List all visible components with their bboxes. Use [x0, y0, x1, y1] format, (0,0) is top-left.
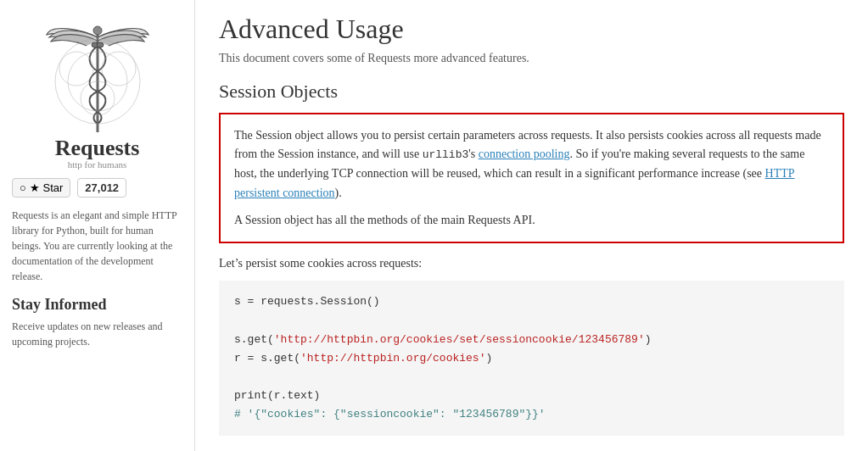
code-line-4: r = s.get('http://httpbin.org/cookies')	[234, 349, 829, 368]
svg-point-3	[97, 42, 104, 47]
page-title: Advanced Usage	[219, 14, 844, 45]
code-line-blank-1	[234, 311, 829, 330]
caduceus-logo	[42, 14, 153, 132]
code-comment-str: '{"cookies": {"sessioncookie": "12345678…	[248, 408, 546, 420]
star-count: 27,012	[77, 178, 126, 198]
svg-point-6	[59, 52, 93, 86]
session-objects-title: Session Objects	[219, 81, 844, 103]
urllib3-code: urllib3	[423, 148, 469, 161]
sidebar-brand: Requests http for humans	[12, 136, 182, 170]
brand-name: Requests	[12, 136, 182, 161]
session-para-2: A Session object has all the methods of …	[234, 211, 829, 230]
code-line-blank-2	[234, 368, 829, 387]
star-bar: ○ ★ Star 27,012	[12, 178, 182, 198]
code-line-1: s = requests.Session()	[234, 292, 829, 311]
sidebar: Requests http for humans ○ ★ Star 27,012…	[0, 0, 195, 451]
brand-tagline: http for humans	[12, 159, 182, 170]
code-rget-suffix: )	[485, 352, 492, 365]
code-url-1: 'http://httpbin.org/cookies/set/sessionc…	[274, 333, 645, 346]
code-line-7: # '{"cookies": {"sessioncookie": "123456…	[234, 405, 829, 424]
session-highlight-box: The Session object allows you to persist…	[219, 113, 844, 243]
code-sget-suffix: )	[645, 333, 652, 346]
code-text: s = requests.Session()	[234, 295, 380, 308]
page-subtitle: This document covers some of Requests mo…	[219, 52, 844, 65]
connection-pooling-link[interactable]: connection pooling	[479, 148, 570, 160]
code-intro: Let’s persist some cookies across reques…	[219, 257, 844, 270]
code-print: print(r.text)	[234, 389, 320, 402]
stay-informed-title: Stay Informed	[12, 296, 182, 314]
session-para-1: The Session object allows you to persist…	[234, 126, 829, 203]
sidebar-description: Requests is an elegant and simple HTTP l…	[12, 208, 182, 284]
svg-point-7	[102, 52, 136, 86]
code-line-3: s.get('http://httpbin.org/cookies/set/se…	[234, 331, 829, 349]
svg-point-1	[93, 26, 102, 35]
code-block: s = requests.Session() s.get('http://htt…	[219, 281, 844, 436]
http-persistent-link[interactable]: HTTP persistent connection	[234, 167, 795, 198]
code-line-6: print(r.text)	[234, 387, 829, 405]
logo-container	[12, 14, 182, 132]
code-comment: # '{"cookies": {"sessioncookie": "123456…	[234, 408, 546, 420]
main-content: Advanced Usage This document covers some…	[195, 0, 868, 451]
stay-informed-text: Receive updates on new releases and upco…	[12, 319, 182, 349]
github-icon: ○	[20, 181, 26, 194]
star-button[interactable]: ○ ★ Star	[12, 178, 70, 198]
code-rget-prefix: r = s.get(	[234, 352, 300, 365]
code-sget-prefix: s.get(	[234, 333, 274, 346]
star-label: ★ Star	[30, 181, 63, 194]
code-url-2: 'http://httpbin.org/cookies'	[300, 352, 485, 365]
